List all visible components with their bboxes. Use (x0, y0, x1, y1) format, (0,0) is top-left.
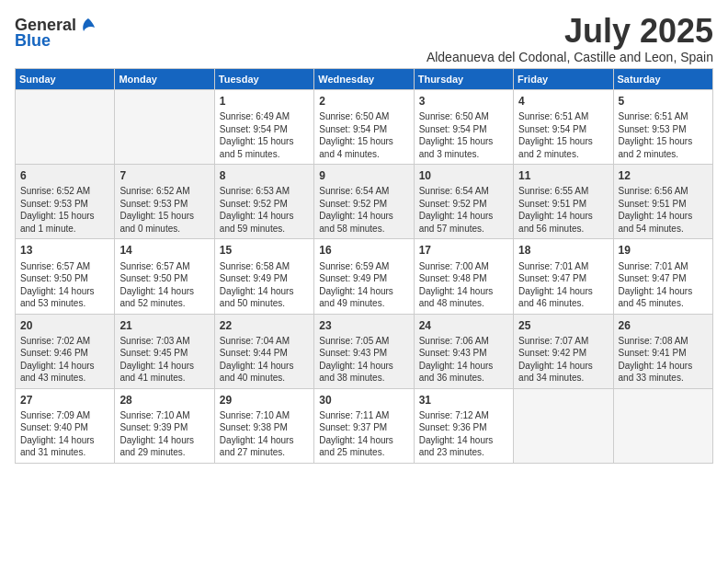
sunset-text: Sunset: 9:42 PM (518, 347, 608, 360)
daylight-text: Daylight: 14 hours and 31 minutes. (20, 434, 109, 459)
sunrise-text: Sunrise: 6:53 AM (220, 185, 309, 198)
daylight-text: Daylight: 14 hours and 29 minutes. (119, 434, 209, 459)
day-number: 1 (220, 94, 309, 109)
day-number: 24 (419, 318, 508, 333)
calendar-cell: 5Sunrise: 6:51 AMSunset: 9:53 PMDaylight… (613, 90, 712, 165)
calendar-cell: 29Sunrise: 7:10 AMSunset: 9:38 PMDayligh… (214, 388, 313, 463)
calendar-cell: 12Sunrise: 6:56 AMSunset: 9:51 PMDayligh… (613, 165, 712, 239)
sunrise-text: Sunrise: 6:57 AM (119, 260, 209, 273)
daylight-text: Daylight: 14 hours and 57 minutes. (419, 210, 508, 235)
sunset-text: Sunset: 9:51 PM (619, 198, 708, 211)
daylight-text: Daylight: 14 hours and 54 minutes. (619, 210, 708, 235)
day-number: 27 (20, 393, 109, 408)
weekday-header-saturday: Saturday (613, 69, 712, 90)
daylight-text: Daylight: 14 hours and 58 minutes. (319, 210, 408, 235)
calendar-week-row: 20Sunrise: 7:02 AMSunset: 9:46 PMDayligh… (16, 314, 713, 388)
sunset-text: Sunset: 9:40 PM (20, 421, 109, 434)
daylight-text: Daylight: 15 hours and 1 minute. (20, 210, 109, 235)
sunset-text: Sunset: 9:54 PM (419, 123, 508, 136)
daylight-text: Daylight: 14 hours and 40 minutes. (220, 360, 309, 385)
calendar-cell: 24Sunrise: 7:06 AMSunset: 9:43 PMDayligh… (414, 314, 513, 388)
day-number: 17 (419, 243, 508, 258)
day-number: 12 (619, 168, 708, 183)
sunrise-text: Sunrise: 6:54 AM (419, 185, 508, 198)
daylight-text: Daylight: 14 hours and 46 minutes. (518, 285, 608, 310)
day-number: 6 (20, 168, 109, 183)
daylight-text: Daylight: 14 hours and 59 minutes. (220, 210, 309, 235)
sunset-text: Sunset: 9:53 PM (619, 123, 708, 136)
calendar-cell: 26Sunrise: 7:08 AMSunset: 9:41 PMDayligh… (613, 314, 712, 388)
sunrise-text: Sunrise: 7:01 AM (518, 260, 608, 273)
sunset-text: Sunset: 9:38 PM (220, 421, 309, 434)
sunrise-text: Sunrise: 6:55 AM (518, 185, 608, 198)
calendar-cell: 31Sunrise: 7:12 AMSunset: 9:36 PMDayligh… (414, 388, 513, 463)
sunrise-text: Sunrise: 6:52 AM (119, 185, 209, 198)
sunset-text: Sunset: 9:54 PM (319, 123, 408, 136)
day-number: 2 (319, 94, 408, 109)
calendar-cell: 28Sunrise: 7:10 AMSunset: 9:39 PMDayligh… (115, 388, 214, 463)
sunset-text: Sunset: 9:51 PM (518, 198, 608, 211)
calendar-cell: 10Sunrise: 6:54 AMSunset: 9:52 PMDayligh… (414, 165, 513, 239)
sunset-text: Sunset: 9:47 PM (518, 272, 608, 285)
sunset-text: Sunset: 9:43 PM (319, 347, 408, 360)
sunset-text: Sunset: 9:53 PM (20, 198, 109, 211)
weekday-header-monday: Monday (115, 69, 214, 90)
weekday-header-tuesday: Tuesday (214, 69, 313, 90)
logo: General Blue (15, 15, 98, 51)
daylight-text: Daylight: 14 hours and 53 minutes. (20, 285, 109, 310)
calendar-week-row: 1Sunrise: 6:49 AMSunset: 9:54 PMDaylight… (16, 90, 713, 165)
daylight-text: Daylight: 15 hours and 0 minutes. (119, 210, 209, 235)
daylight-text: Daylight: 14 hours and 45 minutes. (619, 285, 708, 310)
daylight-text: Daylight: 14 hours and 56 minutes. (518, 210, 608, 235)
sunrise-text: Sunrise: 6:50 AM (419, 110, 508, 123)
day-number: 18 (518, 243, 608, 258)
daylight-text: Daylight: 14 hours and 49 minutes. (319, 285, 408, 310)
sunset-text: Sunset: 9:47 PM (619, 272, 708, 285)
logo-blue: Blue (15, 31, 51, 51)
calendar-cell: 20Sunrise: 7:02 AMSunset: 9:46 PMDayligh… (16, 314, 115, 388)
calendar-cell: 3Sunrise: 6:50 AMSunset: 9:54 PMDaylight… (414, 90, 513, 165)
daylight-text: Daylight: 15 hours and 2 minutes. (518, 135, 608, 160)
sunrise-text: Sunrise: 7:01 AM (619, 260, 708, 273)
calendar-cell: 14Sunrise: 6:57 AMSunset: 9:50 PMDayligh… (115, 239, 214, 314)
daylight-text: Daylight: 15 hours and 2 minutes. (619, 135, 708, 160)
calendar-cell: 22Sunrise: 7:04 AMSunset: 9:44 PMDayligh… (214, 314, 313, 388)
sunset-text: Sunset: 9:49 PM (319, 272, 408, 285)
calendar-table: SundayMondayTuesdayWednesdayThursdayFrid… (15, 68, 713, 464)
sunrise-text: Sunrise: 6:58 AM (220, 260, 309, 273)
daylight-text: Daylight: 14 hours and 34 minutes. (518, 360, 608, 385)
sunset-text: Sunset: 9:41 PM (619, 347, 708, 360)
calendar-cell: 19Sunrise: 7:01 AMSunset: 9:47 PMDayligh… (613, 239, 712, 314)
sunrise-text: Sunrise: 6:57 AM (20, 260, 109, 273)
sunset-text: Sunset: 9:50 PM (20, 272, 109, 285)
sunrise-text: Sunrise: 6:50 AM (319, 110, 408, 123)
sunset-text: Sunset: 9:54 PM (518, 123, 608, 136)
sunrise-text: Sunrise: 7:12 AM (419, 409, 508, 422)
sunrise-text: Sunrise: 6:59 AM (319, 260, 408, 273)
sunset-text: Sunset: 9:52 PM (319, 198, 408, 211)
calendar-cell: 2Sunrise: 6:50 AMSunset: 9:54 PMDaylight… (314, 90, 414, 165)
daylight-text: Daylight: 14 hours and 43 minutes. (20, 360, 109, 385)
day-number: 9 (319, 168, 408, 183)
calendar-cell (16, 90, 115, 165)
sunset-text: Sunset: 9:52 PM (220, 198, 309, 211)
sunrise-text: Sunrise: 7:03 AM (119, 335, 209, 348)
day-number: 29 (220, 393, 309, 408)
calendar-cell: 27Sunrise: 7:09 AMSunset: 9:40 PMDayligh… (16, 388, 115, 463)
sunrise-text: Sunrise: 7:11 AM (319, 409, 408, 422)
sunset-text: Sunset: 9:54 PM (220, 123, 309, 136)
sunset-text: Sunset: 9:44 PM (220, 347, 309, 360)
calendar-cell (115, 90, 214, 165)
weekday-header-row: SundayMondayTuesdayWednesdayThursdayFrid… (16, 69, 713, 90)
calendar-cell: 17Sunrise: 7:00 AMSunset: 9:48 PMDayligh… (414, 239, 513, 314)
day-number: 19 (619, 243, 708, 258)
calendar-cell: 4Sunrise: 6:51 AMSunset: 9:54 PMDaylight… (514, 90, 613, 165)
calendar-cell: 11Sunrise: 6:55 AMSunset: 9:51 PMDayligh… (514, 165, 613, 239)
calendar-cell: 21Sunrise: 7:03 AMSunset: 9:45 PMDayligh… (115, 314, 214, 388)
sunset-text: Sunset: 9:50 PM (119, 272, 209, 285)
calendar-cell: 8Sunrise: 6:53 AMSunset: 9:52 PMDaylight… (214, 165, 313, 239)
sunset-text: Sunset: 9:37 PM (319, 421, 408, 434)
sunrise-text: Sunrise: 7:00 AM (419, 260, 508, 273)
day-number: 31 (419, 393, 508, 408)
calendar-week-row: 6Sunrise: 6:52 AMSunset: 9:53 PMDaylight… (16, 165, 713, 239)
